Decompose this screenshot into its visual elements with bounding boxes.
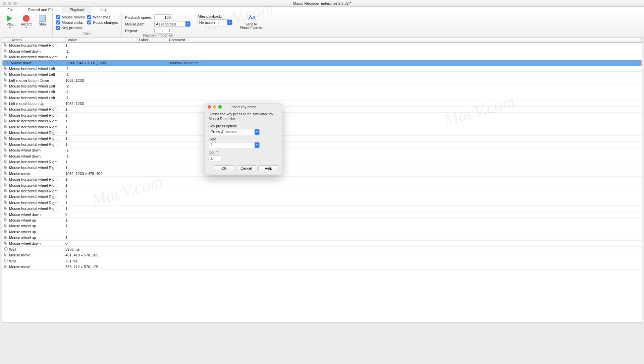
table-row[interactable]: Mouse wheel down-1: [2, 48, 642, 54]
key-value: 1: [211, 143, 213, 147]
after-label: After playback:: [198, 14, 226, 18]
table-row[interactable]: Mouse horizontal wheel Right1: [2, 142, 642, 147]
row-value: 1: [65, 201, 137, 205]
clock-icon: [2, 247, 9, 251]
row-value: 1: [65, 131, 137, 135]
table-row[interactable]: Mouse horizontal wheel Right1: [2, 130, 642, 136]
menu-record-edit[interactable]: Record and Edit: [21, 7, 62, 13]
table-row[interactable]: Mouse horizontal wheel Right1: [2, 206, 642, 211]
table-row[interactable]: Mouse horizontal wheel Right1: [2, 165, 642, 171]
col-action[interactable]: Action: [2, 38, 66, 42]
table-row[interactable]: Mouse horizontal wheel Left-1: [2, 95, 642, 101]
phraseexpress-icon: [248, 15, 255, 22]
table-row[interactable]: Mouse horizontal wheel Right1: [2, 136, 642, 141]
table-row[interactable]: Mouse wheel up1: [2, 218, 642, 223]
key-select[interactable]: 1▾: [209, 142, 260, 148]
table-row[interactable]: Mouse horizontal wheel Right1: [2, 118, 642, 124]
table-row[interactable]: Left mouse button Up1032, 1230: [2, 101, 642, 107]
table-row[interactable]: Mouse horizontal wheel Right1: [2, 177, 642, 182]
table-row[interactable]: Mouse horizontal wheel Left-1: [2, 72, 642, 77]
menu-file[interactable]: File: [0, 7, 21, 13]
row-action: Mouse move: [11, 61, 67, 65]
after-playback-select[interactable]: No action▾: [198, 19, 232, 25]
speed-input[interactable]: [154, 14, 172, 20]
send-to-phraseexpress-button[interactable]: Send to PhraseExpress: [239, 14, 263, 30]
row-action: Mouse horizontal wheel Right: [9, 119, 65, 123]
table-row[interactable]: Mouse move573, 112 » 570, 125: [2, 264, 642, 270]
filter-wait-times[interactable]: Wait times: [87, 15, 118, 19]
table-row[interactable]: Mouse horizontal wheel Left-1: [2, 89, 642, 95]
row-action: Mouse wheel up: [9, 218, 65, 222]
cancel-button[interactable]: Cancel: [236, 165, 256, 171]
table-row[interactable]: Wait3986 ms: [2, 247, 642, 252]
record-button[interactable]: Record: [19, 14, 33, 29]
table-row[interactable]: Mouse horizontal wheel Right1: [2, 159, 642, 165]
row-action: Mouse move: [9, 265, 65, 269]
row-action: Mouse horizontal wheel Right: [9, 160, 65, 164]
dialog-title: Insert key press: [205, 105, 282, 109]
table-row[interactable]: Mouse move1032, 1230 » 479, 404: [2, 171, 642, 177]
col-label[interactable]: Label: [137, 38, 167, 42]
table-row[interactable]: Mouse horizontal wheel Right1: [2, 124, 642, 130]
key-label: Key:: [209, 137, 278, 141]
table-row[interactable]: Wait751 ms: [2, 258, 642, 264]
table-row[interactable]: Mouse horizontal wheel Right1: [2, 200, 642, 206]
table-row[interactable]: Mouse horizontal wheel Right1: [2, 43, 642, 48]
row-value: -1: [65, 67, 137, 71]
chevron-down-icon: ▾: [227, 20, 232, 25]
help-button[interactable]: Help: [258, 165, 278, 171]
ok-button[interactable]: OK: [214, 165, 234, 171]
table-row[interactable]: Mouse wheel up2: [2, 229, 642, 235]
table-row[interactable]: Left mouse button Down1032, 1230: [2, 77, 642, 83]
mouse-path-select[interactable]: As recorded▾: [154, 21, 191, 27]
table-row[interactable]: Mouse horizontal wheel Right1: [2, 113, 642, 118]
filter-key-presses[interactable]: Key presses: [56, 26, 85, 30]
row-value: 1: [65, 125, 137, 129]
mouse-icon: [2, 236, 9, 240]
row-value: 573, 112 » 570, 125: [65, 265, 137, 269]
table-row[interactable]: Mouse horizontal wheel Right1: [2, 182, 642, 188]
table-row[interactable]: Mouse horizontal wheel Right1: [2, 188, 642, 194]
mouse-icon: [2, 66, 9, 71]
stop-button[interactable]: Stop: [36, 14, 49, 26]
repeat-input[interactable]: [154, 28, 172, 34]
row-value: 1: [65, 142, 137, 146]
table-row[interactable]: Mouse wheel down0: [2, 211, 642, 217]
send-to-label: Send to PhraseExpress: [240, 22, 263, 30]
table-row[interactable]: Mouse wheel up1: [2, 223, 642, 229]
table-row[interactable]: Mouse horizontal wheel Right1: [2, 194, 642, 200]
action-list[interactable]: Mouse horizontal wheel Right1Mouse wheel…: [2, 43, 642, 323]
menu-playback[interactable]: Playback: [62, 7, 93, 13]
table-row[interactable]: Mouse horizontal wheel Left-2: [2, 83, 642, 89]
row-value: 751 ms: [65, 259, 137, 263]
row-value: 1: [65, 195, 137, 199]
row-value: 0: [65, 213, 137, 217]
row-action: Mouse horizontal wheel Right: [9, 183, 65, 187]
row-action: Mouse wheel up: [9, 224, 65, 228]
row-value: -1: [65, 49, 137, 53]
table-row[interactable]: Mouse horizontal wheel Right1: [2, 54, 642, 60]
row-action: Wait: [9, 247, 65, 251]
table-row[interactable]: Mouse move1780, 941 » 1031, 1239Double-C…: [2, 60, 642, 66]
filter-mouse-clicks[interactable]: Mouse clicks: [56, 20, 85, 24]
row-action: Mouse horizontal wheel Right: [9, 189, 65, 193]
table-row[interactable]: Mouse wheel down0: [2, 241, 642, 246]
col-value[interactable]: Value: [66, 38, 137, 42]
keypress-option-select[interactable]: Press & release▾: [209, 129, 260, 135]
filter-focus-changes[interactable]: Focus changes: [87, 20, 118, 24]
table-row[interactable]: Mouse wheel down-1: [2, 153, 642, 159]
mouse-icon: [2, 102, 9, 106]
table-row[interactable]: Mouse horizontal wheel Right1: [2, 107, 642, 112]
col-comment[interactable]: Comment: [167, 38, 642, 42]
mouse-icon: [2, 253, 9, 257]
menu-help[interactable]: Help: [92, 7, 115, 13]
table-row[interactable]: Mouse horizontal wheel Left-1: [2, 66, 642, 72]
filter-mouse-moves[interactable]: Mouse moves: [56, 15, 85, 19]
count-input[interactable]: [209, 155, 221, 161]
table-row[interactable]: Mouse wheel down-1: [2, 147, 642, 153]
table-row[interactable]: Mouse wheel up3: [2, 235, 642, 241]
row-action: Mouse horizontal wheel Right: [9, 131, 65, 135]
row-value: 1: [65, 113, 137, 117]
table-row[interactable]: Mouse move481, 410 » 578, 105: [2, 252, 642, 258]
play-button[interactable]: Play: [3, 14, 17, 29]
